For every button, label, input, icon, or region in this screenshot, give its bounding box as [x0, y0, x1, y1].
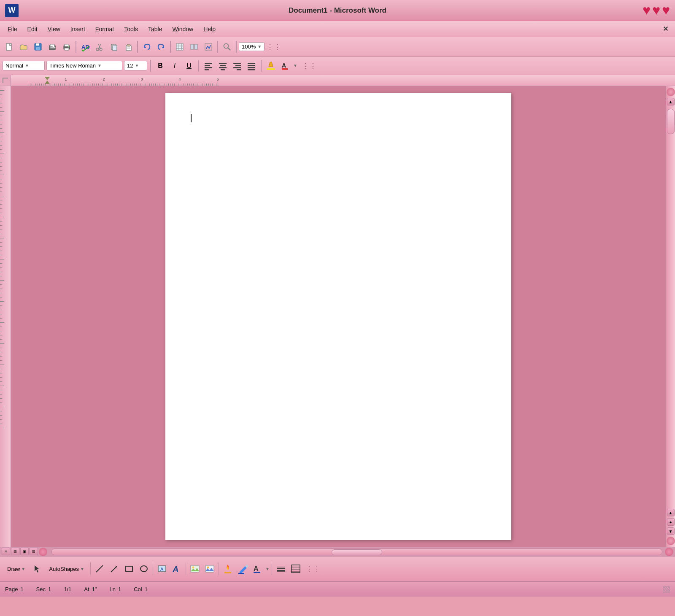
zoom-box[interactable]: 100% ▼: [239, 42, 265, 51]
heart-1: ♥: [643, 3, 651, 18]
horizontal-scrollbar[interactable]: [51, 548, 662, 555]
menu-edit[interactable]: Edit: [23, 24, 42, 34]
draw-linestyle-button[interactable]: [274, 562, 288, 575]
font-color-draw-arrow[interactable]: ▼: [265, 567, 270, 571]
size-dropdown-arrow[interactable]: ▼: [135, 63, 139, 68]
svg-line-38: [228, 48, 230, 50]
scroll-down-extra-1[interactable]: ▲: [667, 509, 675, 516]
document-area[interactable]: [11, 86, 666, 547]
scroll-down-button[interactable]: ▼: [667, 527, 675, 535]
font-dropdown-arrow[interactable]: ▼: [97, 63, 102, 68]
italic-button[interactable]: I: [168, 59, 181, 72]
menu-help[interactable]: Help: [199, 24, 220, 34]
draw-linewidth-button[interactable]: [289, 562, 302, 575]
draw-select-tool[interactable]: [30, 562, 44, 575]
document-page[interactable]: [165, 93, 511, 540]
toolbar-sep-1: [76, 41, 76, 53]
menu-table[interactable]: Table: [144, 24, 166, 34]
autoshapes-button[interactable]: AutoShapes ▼: [45, 564, 88, 574]
align-center-button[interactable]: [216, 59, 229, 72]
font-color-button[interactable]: A: [279, 59, 292, 72]
layout-view-button[interactable]: ▣: [20, 548, 29, 555]
h-scroll-right-circle[interactable]: [665, 548, 673, 556]
columns-button[interactable]: [187, 40, 201, 54]
status-page-value: 1: [20, 586, 23, 592]
view-circle-button[interactable]: [39, 548, 47, 556]
insert-table-button[interactable]: [173, 40, 186, 54]
outline-view-button[interactable]: ⊞: [11, 548, 19, 555]
menu-tools[interactable]: Tools: [120, 24, 142, 34]
paste-button[interactable]: [122, 40, 135, 54]
svg-rect-39: [205, 63, 212, 64]
close-button[interactable]: ✕: [659, 24, 672, 34]
new-button[interactable]: [3, 40, 16, 54]
svg-text:A: A: [160, 567, 164, 572]
vertical-scrollbar[interactable]: ▲ ▲ ● ▼: [666, 86, 675, 547]
menu-format[interactable]: Format: [91, 24, 118, 34]
horizontal-scroll-row: ≡ ⊞ ▣ ⊟: [0, 547, 675, 556]
align-left-button[interactable]: [202, 59, 215, 72]
draw-fill-color-button[interactable]: [221, 562, 235, 575]
draw-dropdown-arrow[interactable]: ▼: [21, 567, 25, 571]
scroll-down-extra-2[interactable]: ●: [667, 518, 675, 526]
view-buttons: ≡ ⊞ ▣ ⊟: [0, 547, 49, 557]
zoom-dropdown-arrow[interactable]: ▼: [257, 44, 262, 49]
printpreview-button[interactable]: [46, 40, 59, 54]
draw-wordart-tool[interactable]: A: [170, 562, 184, 575]
menu-view[interactable]: View: [43, 24, 65, 34]
draw-rect-tool[interactable]: [122, 562, 136, 575]
redo-button[interactable]: [154, 40, 168, 54]
font-box[interactable]: Times New Roman ▼: [46, 61, 122, 70]
h-scroll-thumb[interactable]: [332, 549, 382, 555]
draw-line-tool[interactable]: [93, 562, 106, 575]
status-page-label: Page: [5, 586, 18, 592]
draw-image-tool[interactable]: [203, 562, 216, 575]
toolbar-drag-handle: ⋮⋮: [266, 42, 281, 51]
style-dropdown-arrow[interactable]: ▼: [25, 63, 29, 68]
draw-clipart-tool[interactable]: [188, 562, 202, 575]
align-right-button[interactable]: [231, 59, 243, 72]
scroll-bottom-circle[interactable]: [667, 537, 675, 545]
normal-view-button[interactable]: ≡: [2, 548, 10, 555]
find-button[interactable]: [220, 40, 234, 54]
scroll-top-circle[interactable]: [667, 88, 675, 96]
justify-button[interactable]: [245, 59, 258, 72]
scroll-thumb[interactable]: [667, 109, 675, 134]
draw-textbox-tool[interactable]: A: [155, 562, 169, 575]
svg-rect-19: [113, 45, 117, 51]
style-box[interactable]: Normal ▼: [3, 61, 45, 70]
draw-sep-4: [219, 562, 219, 575]
vertical-ruler: [0, 86, 11, 547]
drawing-button[interactable]: [202, 40, 215, 54]
draw-line-color-button[interactable]: [236, 562, 249, 575]
size-box[interactable]: 12 ▼: [124, 61, 147, 70]
svg-rect-54: [248, 69, 255, 70]
save-button[interactable]: [31, 40, 45, 54]
cut-button[interactable]: [93, 40, 106, 54]
menu-window[interactable]: Window: [168, 24, 197, 34]
svg-rect-50: [237, 69, 241, 70]
scroll-up-button[interactable]: ▲: [667, 98, 675, 105]
bold-button[interactable]: B: [154, 59, 167, 72]
copy-button[interactable]: [107, 40, 121, 54]
print-button[interactable]: [60, 40, 73, 54]
indent-top-marker[interactable]: [45, 77, 50, 80]
svg-rect-44: [220, 65, 226, 66]
style-value: Normal: [5, 62, 23, 69]
draw-arrow-tool[interactable]: [108, 562, 121, 575]
draw-menu-button[interactable]: Draw ▼: [3, 564, 29, 574]
draw-font-color-button[interactable]: A: [251, 562, 264, 575]
highlight-button[interactable]: [265, 59, 277, 72]
menu-file[interactable]: File: [3, 24, 22, 34]
spellcheck-button[interactable]: ABC: [78, 40, 92, 54]
web-view-button[interactable]: ⊟: [30, 548, 38, 555]
svg-rect-40: [205, 65, 210, 66]
title-bar: W Document1 - Microsoft Word ♥ ♥ ♥: [0, 0, 675, 21]
undo-button[interactable]: [140, 40, 154, 54]
underline-button[interactable]: U: [183, 59, 195, 72]
open-button[interactable]: [17, 40, 30, 54]
menu-insert[interactable]: Insert: [66, 24, 89, 34]
draw-oval-tool[interactable]: [137, 562, 151, 575]
autoshapes-dropdown-arrow[interactable]: ▼: [80, 567, 84, 571]
font-color-dropdown[interactable]: ▼: [293, 63, 297, 68]
